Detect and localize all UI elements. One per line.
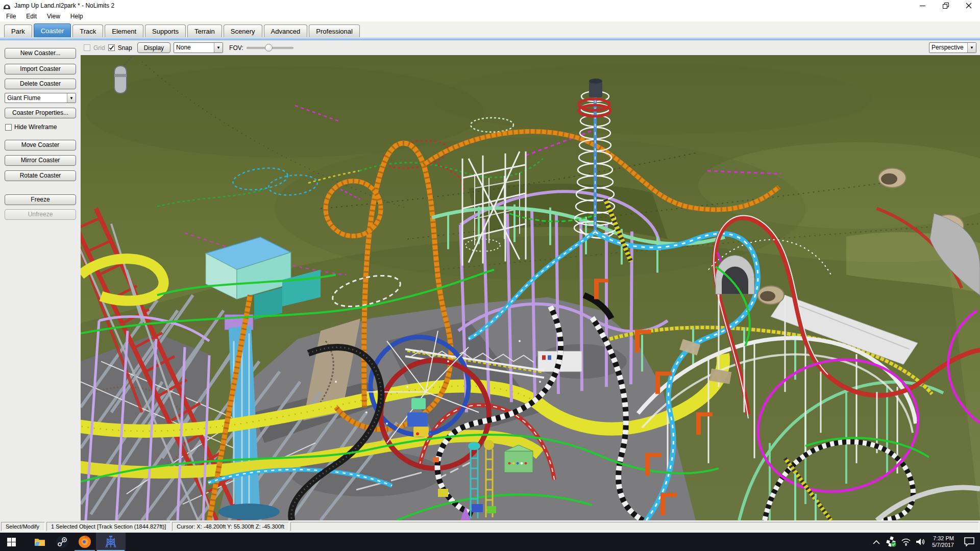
status-cursor: Cursor: X: -48.200ft Y: 55.300ft Z: -45.… [172,522,289,531]
park-render [81,56,980,520]
taskbar-clock[interactable]: 7:32 PM 5/7/2017 [930,535,956,548]
status-mode: Select/Modify [1,522,45,531]
hide-wireframe-checkbox[interactable] [5,124,12,131]
menu-edit[interactable]: Edit [21,12,42,21]
system-tray: 7:32 PM 5/7/2017 [871,534,980,549]
fov-label: FOV: [229,44,243,52]
tab-element[interactable]: Element [105,24,143,37]
tab-supports[interactable]: Supports [145,24,186,37]
tab-bar: Park Coaster Track Element Supports Terr… [0,21,980,37]
viewport-3d-scene[interactable] [81,55,980,520]
hide-wireframe-label: Hide Wireframe [14,123,57,131]
tab-scenery[interactable]: Scenery [224,24,262,37]
windows-taskbar: 7:32 PM 5/7/2017 [0,533,980,551]
display-mode-select[interactable]: None ▼ [174,42,223,53]
volume-icon[interactable] [915,534,926,549]
view-mode-select[interactable]: Perspective ▼ [929,42,976,53]
hide-wireframe-row: Hide Wireframe [5,123,81,131]
close-button[interactable] [957,0,980,11]
coaster-sidebar: New Coaster... Import Coaster Delete Coa… [0,40,81,520]
grid-label: Grid [93,44,105,52]
sync-status-icon[interactable] [886,534,897,549]
menu-bar: File Edit View Help [0,11,980,21]
chevron-down-icon: ▼ [967,43,976,53]
windows-start-icon [7,538,16,546]
menu-file[interactable]: File [1,12,21,21]
mirror-coaster-button[interactable]: Mirror Coaster [5,155,76,166]
chevron-down-icon: ▼ [67,93,76,103]
close-icon [966,3,972,9]
tab-advanced[interactable]: Advanced [264,24,308,37]
tab-track[interactable]: Track [72,24,103,37]
wifi-icon[interactable] [900,534,912,549]
restore-button[interactable] [934,0,957,11]
tab-terrain[interactable]: Terrain [187,24,222,37]
coaster-select[interactable]: Giant Flume ▼ [5,93,76,103]
hidden-icons-chevron-icon[interactable] [871,534,882,549]
file-explorer-button[interactable] [29,533,51,551]
nolimits2-window: Jamp Up Land.nl2park * - NoLimits 2 File… [0,0,980,551]
action-center-icon[interactable] [964,534,975,549]
view-mode-value: Perspective [929,43,967,53]
firefox-button[interactable] [74,533,96,551]
coaster-select-value: Giant Flume [5,93,67,103]
steam-button[interactable] [51,533,74,551]
title-bar: Jamp Up Land.nl2park * - NoLimits 2 [0,0,980,11]
start-button[interactable] [0,533,22,551]
unfreeze-button: Unfreeze [5,209,76,220]
tab-park[interactable]: Park [4,24,32,37]
display-button[interactable]: Display [137,42,170,53]
delete-coaster-button[interactable]: Delete Coaster [5,79,76,89]
checkmark-icon [109,45,114,51]
menu-view[interactable]: View [42,12,65,21]
snap-label: Snap [118,44,132,52]
nolimits-app-icon [3,2,11,10]
fov-slider[interactable] [247,44,293,52]
tab-professional[interactable]: Professional [309,24,360,37]
file-explorer-icon [34,536,46,548]
clock-time: 7:32 PM [932,535,954,542]
new-coaster-button[interactable]: New Coaster... [5,48,76,59]
status-empty [290,522,979,531]
move-coaster-button[interactable]: Move Coaster [5,140,76,151]
nolimits2-taskbar-button[interactable] [96,533,126,551]
restore-icon [943,3,949,9]
status-bar: Select/Modify 1 Selected Object [Track S… [0,520,980,533]
minimize-button[interactable] [911,0,934,11]
minimize-icon [920,3,925,9]
chevron-down-icon: ▼ [214,43,223,53]
snap-checkbox[interactable] [108,44,115,51]
grid-checkbox [84,44,90,51]
firefox-icon [78,535,91,548]
clock-date: 5/7/2017 [932,542,954,548]
display-mode-value: None [174,43,214,53]
nolimits2-icon [104,535,117,548]
import-coaster-button[interactable]: Import Coaster [5,64,76,74]
menu-help[interactable]: Help [65,12,88,21]
freeze-button[interactable]: Freeze [5,194,76,205]
status-selection: 1 Selected Object [Track Section (1844.8… [46,522,170,531]
rotate-coaster-button[interactable]: Rotate Coaster [5,170,76,181]
coaster-properties-button[interactable]: Coaster Properties... [5,108,76,118]
window-title: Jamp Up Land.nl2park * - NoLimits 2 [14,2,114,9]
steam-icon [56,535,69,548]
tab-coaster[interactable]: Coaster [34,23,71,37]
fov-slider-thumb[interactable] [265,44,273,52]
viewport-toolbar: Grid Snap Display None ▼ FOV: Perspectiv… [81,40,980,55]
